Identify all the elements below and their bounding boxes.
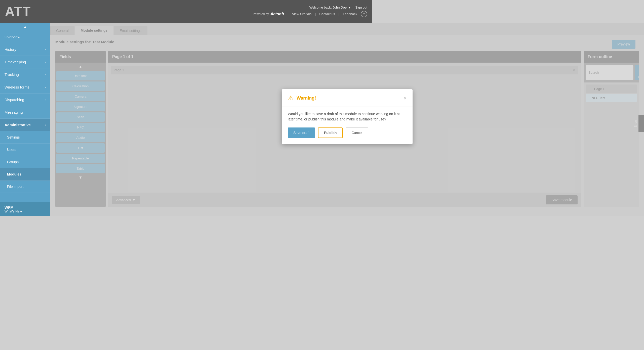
sidebar-item-administrative[interactable]: Administrative › — [0, 119, 50, 131]
sidebar-item-label: File import — [7, 185, 23, 189]
sidebar-item-label: History — [5, 47, 16, 52]
app-logo: ATT — [5, 4, 31, 19]
sidebar-item-label: Administrative — [5, 123, 31, 127]
warning-triangle-icon: ⚠ — [288, 94, 294, 102]
sidebar-item-label: Timekeeping — [5, 60, 26, 64]
modal-actions: Save draft Publish Cancel — [288, 127, 372, 138]
sidebar-item-messaging[interactable]: Messaging — [0, 106, 50, 119]
chevron-up-icon: ▲ — [23, 25, 27, 29]
sidebar-item-label: Users — [7, 148, 16, 152]
view-tutorials-link[interactable]: View tutorials — [292, 12, 311, 16]
sidebar-item-modules[interactable]: Modules — [0, 168, 50, 181]
sidebar-item-timekeeping[interactable]: Timekeeping › — [0, 56, 50, 68]
sidebar-item-tracking[interactable]: Tracking › — [0, 68, 50, 81]
chevron-right-icon: › — [45, 98, 46, 102]
modal-message: Would you like to save a draft of this m… — [288, 111, 372, 122]
sign-out-link[interactable]: Sign out — [355, 6, 367, 9]
sidebar-bottom: WFM What's New — [0, 202, 50, 216]
sidebar-item-label: Groups — [7, 160, 19, 164]
chevron-down-icon: › — [45, 123, 46, 127]
sidebar-item-history[interactable]: History › — [0, 43, 50, 56]
sidebar-item-settings[interactable]: Settings — [0, 131, 50, 144]
sidebar-item-users[interactable]: Users — [0, 144, 50, 156]
publish-button[interactable]: Publish — [318, 127, 343, 138]
chevron-right-icon: › — [45, 73, 46, 76]
save-draft-button[interactable]: Save draft — [288, 127, 315, 138]
chevron-down-icon[interactable]: ▾ — [349, 6, 350, 9]
sidebar-item-label: Overview — [5, 35, 20, 39]
sidebar-item-wireless-forms[interactable]: Wireless forms › — [0, 81, 50, 94]
sidebar-item-label: Tracking — [5, 72, 19, 77]
user-info: Welcome back, John Doe ▾ | Sign out — [309, 6, 367, 9]
sidebar-scroll-up[interactable]: ▲ — [0, 23, 50, 31]
modal-body: Would you like to save a draft of this m… — [282, 106, 372, 144]
sidebar-item-label: Wireless forms — [5, 85, 29, 89]
sidebar: ▲ Overview History › Timekeeping › Track… — [0, 23, 50, 216]
top-bar-links: Powered by Actsoft | View tutorials | Co… — [253, 11, 367, 17]
sidebar-item-label: Modules — [7, 172, 21, 176]
chevron-right-icon: › — [45, 60, 46, 64]
feedback-link[interactable]: Feedback — [343, 12, 357, 16]
modal-title: Warning! — [297, 96, 316, 101]
wfm-label: WFM — [5, 205, 46, 209]
top-bar: ATT Welcome back, John Doe ▾ | Sign out … — [0, 0, 372, 23]
contact-us-link[interactable]: Contact us — [319, 12, 335, 16]
whats-new-label[interactable]: What's New — [5, 209, 46, 213]
warning-modal: ⚠ Warning! × Would you like to save a dr… — [282, 89, 372, 144]
sidebar-item-dispatching[interactable]: Dispatching › — [0, 94, 50, 106]
sidebar-item-label: Messaging — [5, 110, 23, 114]
sidebar-item-groups[interactable]: Groups — [0, 156, 50, 168]
sidebar-item-label: Settings — [7, 135, 20, 139]
main-content: General Module settings Email settings M… — [50, 23, 372, 216]
chevron-right-icon: › — [45, 85, 46, 89]
powered-by: Powered by Actsoft — [253, 12, 284, 16]
chevron-right-icon: › — [45, 48, 46, 51]
sidebar-item-file-import[interactable]: File import — [0, 181, 50, 193]
cancel-button[interactable]: Cancel — [346, 127, 368, 138]
top-bar-right: Welcome back, John Doe ▾ | Sign out Powe… — [253, 6, 367, 17]
help-button[interactable]: ? — [361, 11, 367, 17]
sidebar-item-label: Dispatching — [5, 98, 24, 102]
sidebar-item-overview[interactable]: Overview — [0, 31, 50, 43]
actsoft-logo: Actsoft — [270, 12, 284, 16]
modal-header: ⚠ Warning! × — [282, 89, 372, 106]
user-greeting: Welcome back, John Doe — [309, 6, 347, 9]
